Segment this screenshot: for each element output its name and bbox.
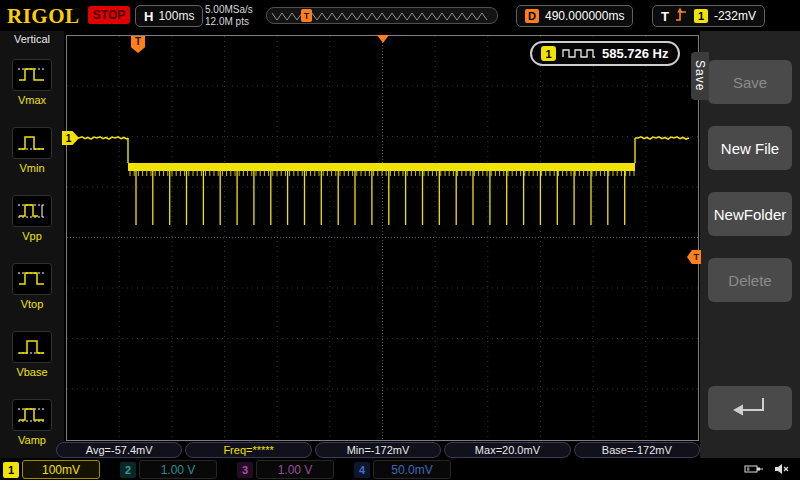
frequency-counter: 1 585.726 Hz xyxy=(530,41,680,66)
measure-label: Vbase xyxy=(16,366,47,378)
menu-button-new-folder[interactable]: NewFolder xyxy=(708,192,792,236)
run-state-badge[interactable]: STOP xyxy=(88,6,130,24)
timebase-value: 100ms xyxy=(158,9,194,23)
horizontal-position-bar[interactable]: T xyxy=(266,7,498,24)
measurement-min: Min=-172mV xyxy=(315,442,441,458)
channel3-status[interactable]: 3 1.00 V xyxy=(237,460,334,479)
measurement-max: Max=20.0mV xyxy=(444,442,570,458)
measure-item-vmax[interactable]: Vmax xyxy=(0,48,64,116)
channel3-badge: 3 xyxy=(237,462,253,478)
measure-item-vmin[interactable]: Vmin xyxy=(0,116,64,184)
channel3-scale: 1.00 V xyxy=(256,460,334,479)
h-label: H xyxy=(144,9,153,24)
measurement-readout-bar: Avg=-57.4mV Freq=***** Min=-172mV Max=20… xyxy=(56,442,700,458)
vamp-icon xyxy=(12,399,52,431)
vbase-icon xyxy=(12,331,52,363)
trigger-info-box[interactable]: T 1 -232mV xyxy=(652,5,765,27)
channel2-scale: 1.00 V xyxy=(139,460,217,479)
vmax-icon xyxy=(12,59,52,91)
horizontal-offset-box[interactable]: D 490.000000ms xyxy=(516,5,633,27)
channel2-status[interactable]: 2 1.00 V xyxy=(120,460,217,479)
counter-value: 585.726 Hz xyxy=(602,46,669,61)
top-status-bar: RIGOL STOP H 100ms 5.00MSa/s 12.0M pts T… xyxy=(0,0,800,31)
rigol-logo: RIGOL xyxy=(7,4,80,29)
vertical-measure-sidebar: Vertical Vmax Vmin xyxy=(0,31,64,458)
measure-label: Vamp xyxy=(18,434,46,446)
sidebar-title: Vertical xyxy=(0,31,64,48)
acquisition-info: 5.00MSa/s 12.0M pts xyxy=(205,4,253,27)
counter-channel-badge: 1 xyxy=(541,46,556,61)
channel1-status[interactable]: 1 100mV xyxy=(3,460,100,479)
oscilloscope-screen: RIGOL STOP H 100ms 5.00MSa/s 12.0M pts T… xyxy=(0,0,800,480)
sample-rate: 5.00MSa/s xyxy=(205,4,253,16)
measure-label: Vmax xyxy=(18,94,46,106)
vtop-icon xyxy=(12,263,52,295)
measure-item-vbase[interactable]: Vbase xyxy=(0,320,64,388)
horizontal-timebase-box[interactable]: H 100ms xyxy=(135,5,203,27)
channel2-badge: 2 xyxy=(120,462,136,478)
menu-button-save[interactable]: Save xyxy=(708,60,792,104)
channel-status-bar: 1 100mV 2 1.00 V 3 1.00 V 4 50.0mV xyxy=(0,459,800,480)
measure-label: Vpp xyxy=(22,230,42,242)
measurement-avg: Avg=-57.4mV xyxy=(56,442,182,458)
delay-value: 490.000000ms xyxy=(545,9,624,23)
channel4-badge: 4 xyxy=(354,462,370,478)
measure-item-vtop[interactable]: Vtop xyxy=(0,252,64,320)
usb-icon xyxy=(744,461,764,479)
delay-label: D xyxy=(525,9,539,23)
measure-label: Vtop xyxy=(21,298,44,310)
measure-label: Vmin xyxy=(19,162,44,174)
trigger-label: T xyxy=(661,9,669,24)
trigger-position-indicator[interactable]: T xyxy=(301,9,312,22)
return-arrow-icon xyxy=(727,394,773,423)
vpp-icon xyxy=(12,195,52,227)
waveform-display xyxy=(66,35,700,442)
pulse-train-icon xyxy=(562,45,596,63)
measurement-freq: Freq=***** xyxy=(185,442,311,458)
channel4-scale: 50.0mV xyxy=(373,460,451,479)
memory-depth: 12.0M pts xyxy=(205,16,253,28)
menu-button-back[interactable] xyxy=(708,386,792,430)
graticule-and-waveform xyxy=(66,35,700,442)
menu-button-delete[interactable]: Delete xyxy=(708,258,792,302)
measure-item-vpp[interactable]: Vpp xyxy=(0,184,64,252)
screen-center-indicator xyxy=(377,35,389,43)
menu-button-new-file[interactable]: New File xyxy=(708,126,792,170)
status-icons xyxy=(744,461,790,479)
trigger-level-value: -232mV xyxy=(714,9,756,23)
rising-edge-icon xyxy=(675,7,688,26)
vmin-icon xyxy=(12,127,52,159)
channel1-badge: 1 xyxy=(3,462,19,478)
softkey-menu: Save New File NewFolder Delete xyxy=(700,31,800,458)
channel1-scale: 100mV xyxy=(22,460,100,479)
measure-item-vamp[interactable]: Vamp xyxy=(0,388,64,456)
speaker-muted-icon xyxy=(774,461,790,479)
trigger-source-badge: 1 xyxy=(694,9,708,23)
channel4-status[interactable]: 4 50.0mV xyxy=(354,460,451,479)
measurement-base: Base=-172mV xyxy=(574,442,700,458)
menu-title-tab: Save xyxy=(691,52,709,100)
